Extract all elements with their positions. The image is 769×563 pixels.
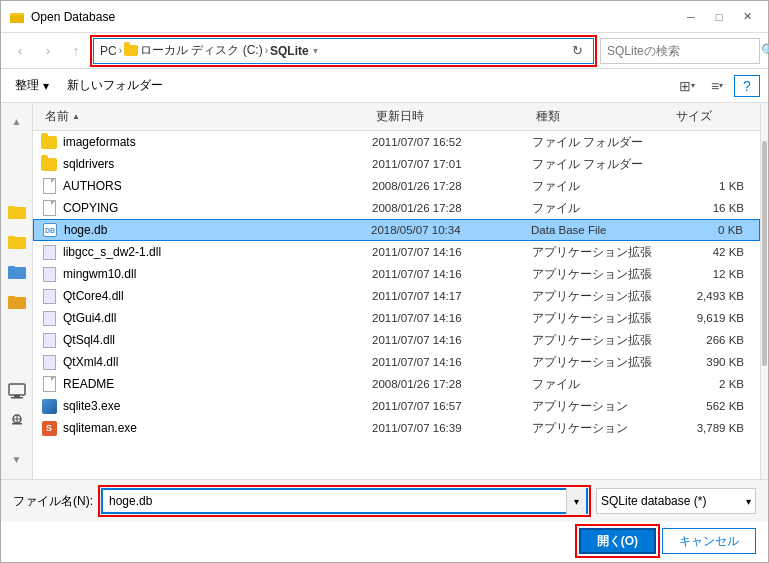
file-size: 1 KB — [672, 180, 752, 192]
svg-rect-5 — [8, 206, 15, 209]
address-bar[interactable]: PC › ローカル ディスク (C:) › SQLite ▾ ↻ — [93, 38, 594, 64]
breadcrumb-pc: PC — [100, 44, 117, 58]
nav-toolbar: ‹ › ↑ PC › ローカル ディスク (C:) › SQLite ▾ ↻ 🔍 — [1, 33, 768, 69]
file-row[interactable]: QtSql4.dll 2011/07/07 14:16 アプリケーション拡張 2… — [33, 329, 760, 351]
folder-icon — [41, 158, 57, 171]
help-button[interactable]: ? — [734, 75, 760, 97]
col-date[interactable]: 更新日時 — [372, 105, 532, 128]
file-size: 42 KB — [672, 246, 752, 258]
organize-arrow: ▾ — [43, 79, 49, 93]
new-folder-button[interactable]: 新しいフォルダー — [61, 75, 169, 96]
file-type: ファイル — [532, 377, 672, 392]
doc-icon — [43, 376, 56, 392]
search-input[interactable] — [607, 44, 757, 58]
breadcrumb-folder-icon — [124, 45, 138, 56]
file-type: Data Base File — [531, 224, 671, 236]
view-list-button[interactable]: ≡ ▾ — [704, 75, 730, 97]
file-type: アプリケーション — [532, 421, 672, 436]
file-icon-wrap — [41, 398, 57, 414]
search-icon: 🔍 — [761, 43, 769, 58]
filename-label: ファイル名(N): — [13, 493, 93, 510]
file-row[interactable]: S sqliteman.exe 2011/07/07 16:39 アプリケーショ… — [33, 417, 760, 439]
svg-rect-11 — [8, 296, 15, 299]
breadcrumb-arrow: ▾ — [313, 45, 318, 56]
file-name: QtCore4.dll — [63, 289, 124, 303]
file-name-cell: libgcc_s_dw2-1.dll — [41, 244, 372, 260]
file-row[interactable]: mingwm10.dll 2011/07/07 14:16 アプリケーション拡張… — [33, 263, 760, 285]
organize-button[interactable]: 整理 ▾ — [9, 75, 55, 96]
maximize-button[interactable]: □ — [706, 7, 732, 27]
forward-button[interactable]: › — [37, 40, 59, 62]
file-row[interactable]: QtCore4.dll 2011/07/07 14:17 アプリケーション拡張 … — [33, 285, 760, 307]
file-row[interactable]: sqlite3.exe 2011/07/07 16:57 アプリケーション 56… — [33, 395, 760, 417]
window-icon — [9, 9, 25, 25]
file-name-cell: QtGui4.dll — [41, 310, 372, 326]
file-type: アプリケーション拡張 — [532, 355, 672, 370]
cancel-button[interactable]: キャンセル — [662, 528, 756, 554]
file-name: imageformats — [63, 135, 136, 149]
filename-input-wrap: ▾ — [101, 488, 588, 514]
file-name-cell: AUTHORS — [41, 178, 372, 194]
sidebar-folder2-icon[interactable] — [3, 227, 31, 255]
file-row[interactable]: imageformats 2011/07/07 16:52 ファイル フォルダー — [33, 131, 760, 153]
sidebar-up-icon[interactable]: ▲ — [3, 107, 31, 135]
sidebar-folder4-icon[interactable] — [3, 287, 31, 315]
back-button[interactable]: ‹ — [9, 40, 31, 62]
filename-input[interactable] — [103, 494, 566, 508]
up-button[interactable]: ↑ — [65, 40, 87, 62]
file-name-cell: QtXml4.dll — [41, 354, 372, 370]
file-size: 562 KB — [672, 400, 752, 412]
dll-icon — [43, 333, 56, 348]
svg-rect-3 — [10, 13, 16, 16]
file-name-cell: QtCore4.dll — [41, 288, 372, 304]
file-row[interactable]: QtXml4.dll 2011/07/07 14:16 アプリケーション拡張 3… — [33, 351, 760, 373]
file-type: アプリケーション拡張 — [532, 311, 672, 326]
sidebar-folder1-icon[interactable] — [3, 197, 31, 225]
file-row[interactable]: COPYING 2008/01/26 17:28 ファイル 16 KB — [33, 197, 760, 219]
file-name: hoge.db — [64, 223, 107, 237]
file-date: 2011/07/07 16:52 — [372, 136, 532, 148]
new-folder-label: 新しいフォルダー — [67, 77, 163, 94]
view-grid-button[interactable]: ⊞ ▾ — [674, 75, 700, 97]
file-icon-wrap — [41, 266, 57, 282]
file-row[interactable]: AUTHORS 2008/01/26 17:28 ファイル 1 KB — [33, 175, 760, 197]
file-icon-wrap — [41, 332, 57, 348]
view-list-icon: ≡ — [711, 78, 719, 94]
file-row[interactable]: QtGui4.dll 2011/07/07 14:16 アプリケーション拡張 9… — [33, 307, 760, 329]
sidebar-network-icon[interactable] — [3, 407, 31, 435]
col-type[interactable]: 種類 — [532, 105, 672, 128]
col-name[interactable]: 名前 ▲ — [41, 105, 372, 128]
col-size[interactable]: サイズ — [672, 105, 752, 128]
file-icon-wrap — [41, 354, 57, 370]
close-button[interactable]: ✕ — [734, 7, 760, 27]
minimize-button[interactable]: ─ — [678, 7, 704, 27]
file-row[interactable]: sqldrivers 2011/07/07 17:01 ファイル フォルダー — [33, 153, 760, 175]
search-bar: 🔍 — [600, 38, 760, 64]
filetype-select[interactable]: SQLite database (*) ▾ — [596, 488, 756, 514]
file-row[interactable]: DB hoge.db 2018/05/07 10:34 Data Base Fi… — [33, 219, 760, 241]
refresh-button[interactable]: ↻ — [567, 41, 587, 61]
open-button[interactable]: 開く(O) — [579, 528, 656, 554]
file-name-cell: sqlite3.exe — [41, 398, 372, 414]
file-icon-wrap — [41, 376, 57, 392]
sort-arrow: ▲ — [72, 112, 80, 121]
scrollbar[interactable] — [760, 103, 768, 479]
bottom-bar: ファイル名(N): ▾ SQLite database (*) ▾ — [1, 479, 768, 522]
dll-icon — [43, 267, 56, 282]
filename-dropdown-button[interactable]: ▾ — [566, 488, 586, 514]
sidebar-folder3-icon[interactable] — [3, 257, 31, 285]
file-row[interactable]: libgcc_s_dw2-1.dll 2011/07/07 14:16 アプリケ… — [33, 241, 760, 263]
file-date: 2008/01/26 17:28 — [372, 378, 532, 390]
sidebar-computer-icon[interactable] — [3, 377, 31, 405]
file-list-container: 名前 ▲ 更新日時 種類 サイズ imageformats 2011/07/07… — [33, 103, 760, 479]
dialog-buttons: 開く(O) キャンセル — [1, 528, 768, 562]
svg-rect-14 — [11, 397, 23, 399]
file-date: 2011/07/07 14:16 — [372, 246, 532, 258]
file-row[interactable]: README 2008/01/26 17:28 ファイル 2 KB — [33, 373, 760, 395]
file-name: sqldrivers — [63, 157, 114, 171]
sidebar-down-icon[interactable]: ▼ — [3, 445, 31, 473]
main-content: ▲ ▼ — [1, 103, 768, 479]
file-name: libgcc_s_dw2-1.dll — [63, 245, 161, 259]
file-date: 2011/07/07 14:16 — [372, 356, 532, 368]
file-type: アプリケーション拡張 — [532, 245, 672, 260]
